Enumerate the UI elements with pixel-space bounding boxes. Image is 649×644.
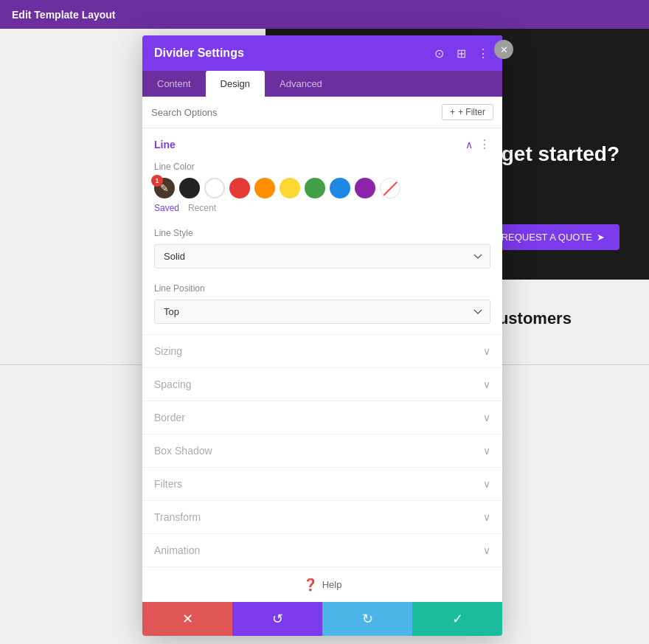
request-quote-button[interactable]: REQUEST A QUOTE ➤: [487, 224, 620, 250]
customers-title: Customers: [487, 309, 634, 328]
swatch-red[interactable]: [229, 178, 250, 198]
box-shadow-title: Box Shadow: [154, 445, 212, 457]
animation-chevron: ∨: [483, 544, 490, 556]
search-bar: + + Filter: [142, 97, 502, 128]
color-picker-button[interactable]: 1 ✎: [154, 178, 175, 198]
spacing-title: Spacing: [154, 378, 192, 390]
tab-content[interactable]: Content: [142, 71, 206, 97]
redo-button[interactable]: ↻: [322, 602, 412, 636]
border-chevron: ∨: [483, 412, 490, 423]
border-title: Border: [154, 412, 185, 423]
spacing-header[interactable]: Spacing ∨: [142, 368, 502, 401]
line-color-group: Line Color 1 ✎ Saved Recent: [142, 157, 502, 224]
filters-section: Filters ∨: [142, 467, 502, 500]
swatch-blue[interactable]: [330, 178, 350, 198]
sizing-section: Sizing ∨: [142, 334, 502, 367]
search-input[interactable]: [151, 107, 442, 118]
animation-title: Animation: [154, 544, 200, 556]
top-bar: Edit Template Layout: [0, 0, 649, 29]
help-text[interactable]: Help: [322, 579, 342, 590]
transform-header[interactable]: Transform ∨: [142, 501, 502, 533]
sizing-chevron: ∨: [483, 345, 490, 357]
box-shadow-header[interactable]: Box Shadow ∨: [142, 434, 502, 467]
modal-close-button[interactable]: ✕: [494, 40, 513, 59]
tab-design[interactable]: Design: [206, 71, 265, 97]
line-position-label: Line Position: [154, 283, 490, 294]
color-swatches: 1 ✎: [154, 178, 490, 198]
filters-title: Filters: [154, 478, 182, 490]
tab-advanced[interactable]: Advanced: [265, 71, 337, 97]
panel-header-icons: ⊙ ⊞ ⋮: [431, 46, 490, 60]
panel-footer: ❓ Help: [142, 567, 502, 602]
border-section: Border ∨: [142, 401, 502, 434]
line-position-select[interactable]: Top Center Bottom: [154, 300, 490, 324]
saved-tab[interactable]: Saved: [154, 203, 179, 213]
swatch-yellow[interactable]: [280, 178, 300, 198]
spacing-section: Spacing ∨: [142, 367, 502, 401]
line-style-group: Line Style Solid Dashed Dotted Double: [142, 224, 502, 279]
box-shadow-chevron: ∨: [483, 445, 490, 457]
line-style-label: Line Style: [154, 228, 490, 238]
filter-button[interactable]: + + Filter: [442, 104, 493, 120]
filters-chevron: ∨: [483, 478, 490, 490]
box-shadow-section: Box Shadow ∨: [142, 434, 502, 467]
transform-title: Transform: [154, 511, 201, 523]
section-header-controls: ∧ ⋮: [465, 137, 490, 151]
panel-title: Divider Settings: [154, 46, 244, 60]
undo-button[interactable]: ↺: [232, 602, 322, 636]
line-color-label: Line Color: [154, 162, 490, 172]
swatch-none[interactable]: [380, 178, 400, 198]
more-icon[interactable]: ⋮: [476, 46, 490, 60]
saved-recent-tabs: Saved Recent: [154, 203, 490, 213]
swatch-green[interactable]: [305, 178, 325, 198]
page-title: Edit Template Layout: [12, 9, 116, 21]
section-collapse-icon[interactable]: ∧: [465, 139, 473, 150]
panel-body: Line ∧ ⋮ Line Color 1 ✎: [142, 128, 502, 602]
recent-tab[interactable]: Recent: [188, 203, 216, 213]
swatch-amber[interactable]: [254, 178, 275, 198]
settings-panel: Divider Settings ⊙ ⊞ ⋮ Content Design Ad…: [142, 35, 502, 636]
columns-icon[interactable]: ⊞: [454, 46, 468, 60]
cancel-button[interactable]: ✕: [142, 602, 232, 636]
filters-header[interactable]: Filters ∨: [142, 468, 502, 500]
arrow-icon: ➤: [597, 232, 605, 243]
section-more-icon[interactable]: ⋮: [479, 137, 490, 151]
line-section-title: Line: [154, 139, 176, 150]
transform-chevron: ∨: [483, 511, 490, 523]
line-style-select[interactable]: Solid Dashed Dotted Double: [154, 244, 490, 269]
animation-header[interactable]: Animation ∨: [142, 534, 502, 567]
animation-section: Animation ∨: [142, 533, 502, 567]
sizing-title: Sizing: [154, 345, 182, 357]
swatch-white[interactable]: [204, 178, 225, 198]
action-buttons: ✕ ↺ ↻ ✓: [142, 602, 502, 636]
swatch-purple[interactable]: [355, 178, 375, 198]
spacing-chevron: ∨: [483, 378, 490, 390]
line-section-header: Line ∧ ⋮: [142, 128, 502, 157]
panel-tabs: Content Design Advanced: [142, 71, 502, 97]
help-icon: ❓: [303, 578, 318, 592]
panel-header: Divider Settings ⊙ ⊞ ⋮: [142, 35, 502, 71]
filter-icon: +: [450, 107, 455, 117]
transform-section: Transform ∨: [142, 500, 502, 533]
border-header[interactable]: Border ∨: [142, 401, 502, 434]
swatch-black[interactable]: [179, 178, 200, 198]
swatch-badge: 1: [151, 175, 163, 187]
settings-icon[interactable]: ⊙: [431, 46, 446, 60]
sizing-header[interactable]: Sizing ∨: [142, 335, 502, 367]
customers-section: Customers: [487, 309, 634, 328]
line-position-group: Line Position Top Center Bottom: [142, 279, 502, 334]
save-button[interactable]: ✓: [412, 602, 502, 636]
